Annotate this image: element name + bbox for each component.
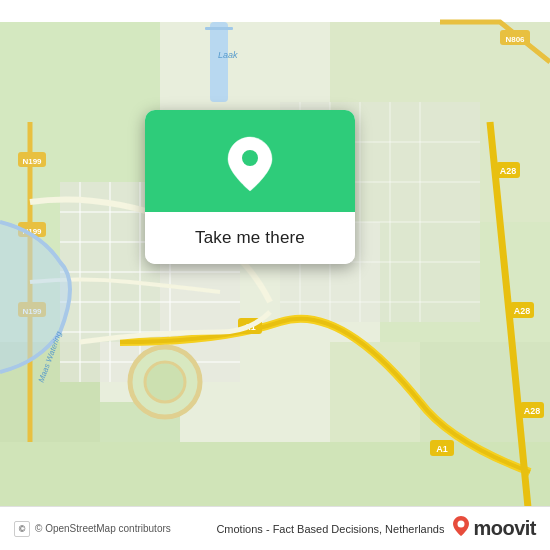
svg-rect-2 [205,27,233,30]
take-me-there-button[interactable]: Take me there [145,212,355,264]
moovit-pin-icon [452,515,470,542]
moovit-text: moovit [473,517,536,540]
bottom-bar: © © OpenStreetMap contributors Cmotions … [0,506,550,550]
attribution-text: © OpenStreetMap contributors [35,523,171,534]
svg-text:A1: A1 [436,444,448,454]
svg-text:N199: N199 [22,157,42,166]
osm-logo: © [14,521,30,537]
svg-rect-1 [210,22,228,102]
place-name: Cmotions - Fact Based Decisions, Netherl… [216,523,444,535]
svg-text:N806: N806 [505,35,525,44]
bottom-left: © © OpenStreetMap contributors [14,521,171,537]
moovit-logo: moovit [452,515,536,542]
svg-text:Laak: Laak [218,50,238,60]
location-pin [224,138,276,190]
svg-point-52 [145,362,185,402]
svg-text:A28: A28 [514,306,531,316]
map-background: A1 A1 N199 N199 N199 N806 A28 A28 A28 [0,0,550,550]
svg-point-56 [242,150,258,166]
popup-top [145,110,355,212]
svg-point-57 [458,521,465,528]
map-container: A1 A1 N199 N199 N199 N806 A28 A28 A28 [0,0,550,550]
bottom-right: Cmotions - Fact Based Decisions, Netherl… [216,515,536,542]
popup-card: Take me there [145,110,355,264]
svg-text:A28: A28 [500,166,517,176]
svg-text:A28: A28 [524,406,541,416]
